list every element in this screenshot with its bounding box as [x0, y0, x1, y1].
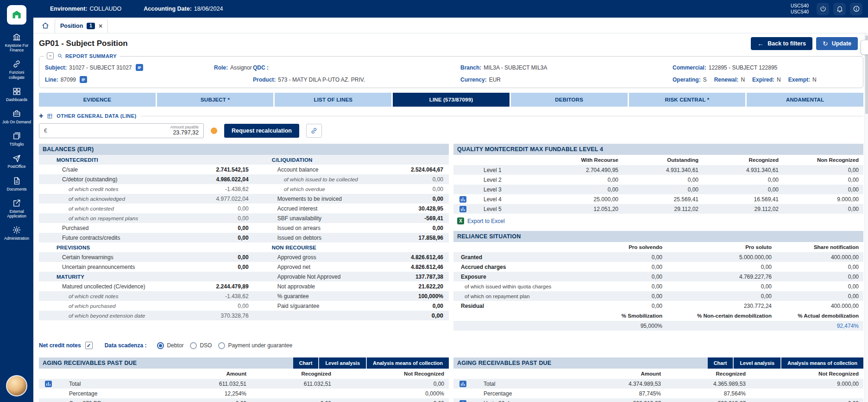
column-header: Recognized — [703, 157, 783, 163]
column-header: Amount — [175, 371, 251, 376]
row-value: -1.438,62 — [225, 293, 254, 300]
sidebar-item-funzioni-collegate[interactable]: Funzioni collegate — [0, 59, 33, 80]
logout-button[interactable] — [817, 3, 829, 15]
column-header: Share notification — [776, 244, 863, 250]
drilldown-chart-icon[interactable] — [459, 381, 466, 387]
sidebar-item-dashboards[interactable]: Dashboards — [0, 86, 33, 102]
euro-symbol: € — [44, 128, 47, 134]
row-value: 4.826.612,46 — [411, 254, 449, 261]
close-tab-icon[interactable]: × — [99, 23, 102, 29]
row-label: of which beyond extension date — [39, 313, 145, 319]
reliance-row: Accrued charges 0,00 0,00 0,00 — [453, 262, 863, 272]
section-tab[interactable]: ANDAMENTAL — [747, 93, 863, 107]
link-button[interactable] — [306, 124, 322, 138]
row-label: Residual — [453, 303, 579, 309]
balances-cell-left: of which contested 0,00 — [39, 204, 254, 213]
report-summary-header: − REPORT SUMMARY — [44, 52, 120, 59]
quality-row: Level 3 0,00 0,00 0,00 0,00 — [453, 185, 863, 194]
exempt-label: Exempt: — [788, 77, 810, 83]
recognized-value: 593.915,27 — [666, 400, 750, 402]
balances-cell-right: of which overdue 0,00 — [254, 184, 449, 194]
section-tab[interactable]: RISK CENTRAL * — [629, 93, 746, 107]
balances-cell-left: MONTECREDITI — [39, 155, 254, 165]
info-button[interactable] — [850, 3, 862, 15]
sidebar-item-administration[interactable]: Administration — [0, 225, 33, 241]
net-credit-notes-checkbox[interactable]: ✓ — [85, 342, 93, 349]
tab-position[interactable]: Position 1 × — [55, 19, 108, 33]
section-tab[interactable]: EVIDENCE — [39, 93, 156, 107]
radio-payment-under-guarantee[interactable] — [218, 342, 225, 349]
section-tab[interactable]: SUBJECT * — [157, 93, 274, 107]
line-detail-icon[interactable] — [80, 76, 87, 83]
row-value: -569,41 — [424, 215, 449, 222]
notifications-button[interactable] — [833, 3, 846, 15]
scrollbar[interactable] — [864, 33, 868, 402]
excel-icon: X — [457, 217, 464, 224]
radio-dso[interactable] — [190, 342, 197, 349]
sidebar-item-postoffice[interactable]: PostOffice — [0, 153, 33, 169]
share-notification-value: 0,00 — [776, 264, 863, 270]
sidebar-item-job-on-demand[interactable]: Job On Demand — [0, 108, 33, 125]
drilldown-chart-icon[interactable] — [459, 206, 466, 212]
row-value: 2.741.542,15 — [216, 166, 254, 173]
drilldown-chart-icon[interactable] — [459, 400, 466, 402]
row-label: Matured uncollected (C/evidence) — [39, 283, 145, 290]
row-label: of which credit notes — [39, 293, 119, 300]
balances-cell-left: of which credit notes -1.438,62 — [39, 184, 254, 194]
subject-detail-icon[interactable] — [136, 64, 143, 71]
branch-field: Branch: MIL3A - SUBJECT MIL3A — [460, 64, 673, 71]
sidebar-item-documents[interactable]: Documents — [0, 176, 33, 192]
collapse-button[interactable]: − — [47, 52, 54, 59]
update-button[interactable]: ↻ Update — [816, 37, 858, 50]
section-tab[interactable]: DEBITORS — [511, 93, 628, 107]
operating-label: Operating: — [673, 77, 701, 83]
column-header: Non Recognized — [783, 157, 863, 163]
data-scadenza-label: Data scadenza : — [105, 342, 147, 349]
aging-action-button[interactable]: Analysis means of collection — [781, 357, 863, 369]
home-tab-button[interactable] — [39, 19, 52, 32]
aging-action-button[interactable]: Chart — [708, 357, 733, 369]
sidebar-item-external-application[interactable]: External Application — [0, 198, 33, 219]
row-value: 0,00 — [238, 215, 254, 222]
row-label: of which on repayment plans — [39, 215, 138, 222]
back-arrow-icon: ← — [757, 40, 764, 47]
section-tab[interactable]: LIST OF LINES — [275, 93, 391, 107]
non-recognized-value: 0,00 — [783, 206, 863, 212]
outstanding-value: 0,00 — [623, 177, 703, 183]
left-bottom-column: Net credit notes ✓ Data scadenza : Debto… — [39, 331, 449, 402]
aging-action-button[interactable]: Level analysis — [734, 357, 780, 369]
aging-left-rows: Total 611.032,51 611.032,51 0,00 Percent… — [39, 379, 449, 402]
row-value: 0,00 — [238, 225, 254, 231]
reliance-pct-row: 95,000% 92,474% — [453, 321, 863, 331]
drilldown-chart-icon[interactable] — [45, 381, 52, 387]
sidebar-item-label: PostOffice — [7, 164, 25, 169]
user-avatar[interactable] — [6, 375, 27, 396]
sidebar-item-tsfoglio[interactable]: TSfoglio — [0, 131, 33, 147]
row-label: of which on repayment plan — [453, 294, 579, 299]
outstanding-value: 25.569,41 — [623, 196, 703, 203]
gear-icon — [12, 225, 21, 235]
aging-action-button[interactable]: Chart — [293, 357, 319, 369]
back-to-filters-button[interactable]: ← Back to filters — [751, 37, 812, 50]
export-to-excel-link[interactable]: X Export to Excel — [457, 217, 863, 224]
amount-value: 593.915,27 — [589, 400, 666, 402]
aging-action-button[interactable]: Level analysis — [319, 357, 366, 369]
expand-plus-icon[interactable]: + — [39, 112, 43, 120]
amount-payable-input[interactable]: € Amount payable 23.797,32 — [39, 123, 204, 138]
radio-payment-under-guarantee-label: Payment under guarantee — [228, 342, 292, 349]
request-recalculation-button[interactable]: Request recalculation — [224, 124, 299, 138]
link-icon — [12, 59, 21, 69]
aging-panel-right: AGING RECEIVABLES PAST DUE Chart Level a… — [453, 357, 863, 402]
product-label: Product: — [253, 77, 276, 83]
renewal-value: N — [741, 77, 745, 83]
aging-action-button[interactable]: Analysis means of collection — [367, 357, 449, 369]
sidebar-item-keystone[interactable]: Keystone For Finance — [0, 32, 33, 53]
side-drawer-handle[interactable] — [861, 40, 868, 55]
aging-right-title: AGING RECEIVABLES PAST DUE — [453, 357, 707, 369]
drilldown-chart-icon[interactable] — [459, 196, 466, 203]
app-logo[interactable] — [7, 5, 26, 25]
column-header: % Non-certain demobilization — [667, 313, 776, 319]
section-tab[interactable]: LINE (573/87099) — [393, 93, 509, 107]
balances-rows: MONTECREDITI C/LIQUIDATION C/sale 2.741.… — [39, 155, 449, 320]
radio-debtor[interactable] — [157, 342, 164, 349]
